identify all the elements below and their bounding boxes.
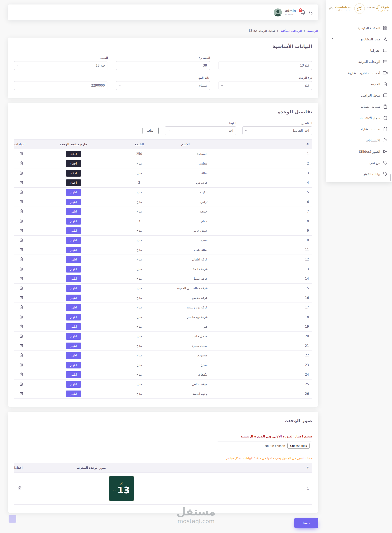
- visibility-toggle-button[interactable]: اظهار: [66, 371, 81, 378]
- visibility-toggle-button[interactable]: اظهار: [66, 362, 81, 368]
- visibility-toggle-button[interactable]: اظهار: [66, 256, 81, 263]
- choose-files-button[interactable]: Choose files: [287, 443, 309, 449]
- delete-detail-button[interactable]: [19, 343, 23, 348]
- breadcrumb-item[interactable]: الرئيسية: [307, 29, 318, 33]
- visibility-toggle-button[interactable]: اظهار: [66, 199, 81, 205]
- visibility-toggle-button[interactable]: اظهار: [66, 352, 81, 359]
- building-select[interactable]: فيلا 13: [14, 61, 108, 70]
- visibility-toggle-button[interactable]: اظهار: [66, 237, 81, 244]
- delete-detail-button[interactable]: [19, 315, 23, 319]
- delete-detail-button[interactable]: [19, 257, 23, 261]
- visibility-toggle-button[interactable]: اظهار: [66, 275, 81, 282]
- message-icon: [383, 93, 387, 97]
- delete-detail-button[interactable]: [19, 181, 23, 184]
- detail-name: غرفة غسيل: [160, 274, 211, 283]
- sidebar-item[interactable]: طلبات الصيانة: [326, 101, 392, 112]
- unit-type-select[interactable]: فيلا: [218, 81, 312, 90]
- sidebar-item[interactable]: أحدث المشاريع العقارية: [326, 68, 392, 78]
- unit-details-title: تفاصيل الوحدة: [14, 109, 312, 114]
- visibility-toggle-button[interactable]: اظهار: [66, 266, 81, 273]
- sidebar-item[interactable]: الوحدات الفردية: [326, 56, 392, 67]
- visibility-toggle-button[interactable]: اظهار: [66, 381, 81, 388]
- visibility-toggle-button[interactable]: اظهار: [66, 295, 81, 301]
- detail-row: 8 حمام 3 اظهار: [14, 216, 312, 226]
- visibility-toggle-button[interactable]: اظهار: [66, 390, 81, 397]
- user-avatar[interactable]: [274, 8, 282, 17]
- visibility-toggle-button[interactable]: اظهار: [66, 218, 81, 225]
- add-detail-button[interactable]: اضافة: [143, 127, 159, 134]
- breadcrumb-item[interactable]: الوحدات السكنية: [280, 29, 302, 33]
- scroll-top-button[interactable]: [9, 515, 16, 523]
- notifications-button[interactable]: 0: [301, 10, 306, 15]
- visibility-toggle-button[interactable]: اظهار: [66, 314, 81, 320]
- visibility-toggle-button[interactable]: اظهار: [66, 189, 81, 196]
- delete-detail-button[interactable]: [19, 334, 23, 338]
- delete-detail-button[interactable]: [19, 296, 23, 299]
- delete-detail-button[interactable]: [19, 200, 23, 204]
- delete-detail-button[interactable]: [19, 363, 23, 367]
- delete-detail-button[interactable]: [19, 276, 23, 280]
- delete-detail-button[interactable]: [19, 190, 23, 194]
- dark-mode-toggle[interactable]: [309, 10, 314, 15]
- delete-detail-button[interactable]: [19, 228, 23, 232]
- file-upload-input[interactable]: Choose files No file chosen: [217, 441, 312, 450]
- visibility-toggle-button[interactable]: اظهار: [66, 247, 81, 253]
- details-select[interactable]: اختر التفاصيل: [242, 126, 312, 135]
- sidebar-collapse-toggle[interactable]: [329, 7, 333, 11]
- delete-detail-button[interactable]: [19, 209, 23, 213]
- delete-detail-button[interactable]: [19, 161, 23, 165]
- details-column-header: #: [211, 140, 312, 149]
- visibility-toggle-button[interactable]: اظهار: [66, 304, 81, 311]
- sidebar-scrollbar-thumb[interactable]: [390, 174, 391, 181]
- delete-detail-button[interactable]: [19, 152, 23, 156]
- sidebar-item[interactable]: مدير المشاريع: [326, 34, 392, 45]
- sidebar-item[interactable]: المدونة: [326, 79, 392, 89]
- price-input[interactable]: [14, 81, 108, 90]
- visibility-toggle-button[interactable]: اخفاء: [66, 151, 81, 158]
- delete-detail-button[interactable]: [19, 372, 23, 376]
- delete-detail-button[interactable]: [19, 286, 23, 290]
- sidebar-item[interactable]: طلبات العقارات: [326, 124, 392, 134]
- delete-detail-button[interactable]: [19, 382, 23, 386]
- visibility-toggle-button[interactable]: اخفاء: [66, 160, 81, 167]
- delete-detail-button[interactable]: [19, 219, 23, 223]
- sidebar-item[interactable]: الصفحة الرئيسية: [326, 23, 392, 33]
- user-meta[interactable]: admin admin: [285, 9, 296, 16]
- delete-detail-button[interactable]: [19, 392, 23, 395]
- sidebar-item[interactable]: سجل التواصل: [326, 90, 392, 101]
- value-select[interactable]: اختر: [165, 126, 236, 135]
- delete-detail-button[interactable]: [19, 248, 23, 251]
- user-name: admin: [285, 9, 296, 13]
- sidebar-item[interactable]: بيانات الفوتر: [326, 169, 392, 179]
- sidebar-item[interactable]: [326, 180, 392, 182]
- sidebar-brand[interactable]: شركة آل متعب العــقــاريــة almuteb co. …: [326, 0, 392, 17]
- sidebar-item[interactable]: عقاراتنا: [326, 45, 392, 56]
- visibility-toggle-button[interactable]: اظهار: [66, 343, 81, 349]
- visibility-toggle-button[interactable]: اخفاء: [66, 170, 81, 176]
- delete-detail-button[interactable]: [19, 238, 23, 242]
- visibility-toggle-button[interactable]: اظهار: [66, 227, 81, 234]
- sale-status-select[interactable]: مـتــاح: [116, 81, 210, 90]
- save-button[interactable]: حفظ: [294, 518, 318, 528]
- unit-image-thumbnail[interactable]: 13: [109, 476, 134, 501]
- project-input[interactable]: [116, 61, 210, 70]
- sidebar-item[interactable]: من نحن: [326, 158, 392, 168]
- basic-data-title: البيانات الأساسية: [14, 44, 312, 49]
- unit-name-input[interactable]: [218, 61, 312, 70]
- sidebar-item-label: الصفحة الرئيسية: [358, 26, 380, 30]
- images-column-header: #: [157, 463, 312, 473]
- visibility-toggle-button[interactable]: اظهار: [66, 333, 81, 340]
- delete-detail-button[interactable]: [19, 171, 23, 175]
- visibility-toggle-button[interactable]: اظهار: [66, 208, 81, 215]
- delete-detail-button[interactable]: [19, 267, 23, 271]
- delete-detail-button[interactable]: [19, 305, 23, 309]
- visibility-toggle-button[interactable]: اظهار: [66, 285, 81, 292]
- sidebar-item[interactable]: الاستبيانات: [326, 135, 392, 146]
- sidebar-item[interactable]: الصور (Slides): [326, 146, 392, 157]
- visibility-toggle-button[interactable]: اخفاء: [66, 179, 81, 186]
- delete-detail-button[interactable]: [19, 324, 23, 328]
- sidebar-item[interactable]: سجل الاهتمامات: [326, 112, 392, 123]
- delete-detail-button[interactable]: [19, 353, 23, 357]
- visibility-toggle-button[interactable]: اظهار: [66, 323, 81, 330]
- delete-image-button[interactable]: [18, 486, 22, 490]
